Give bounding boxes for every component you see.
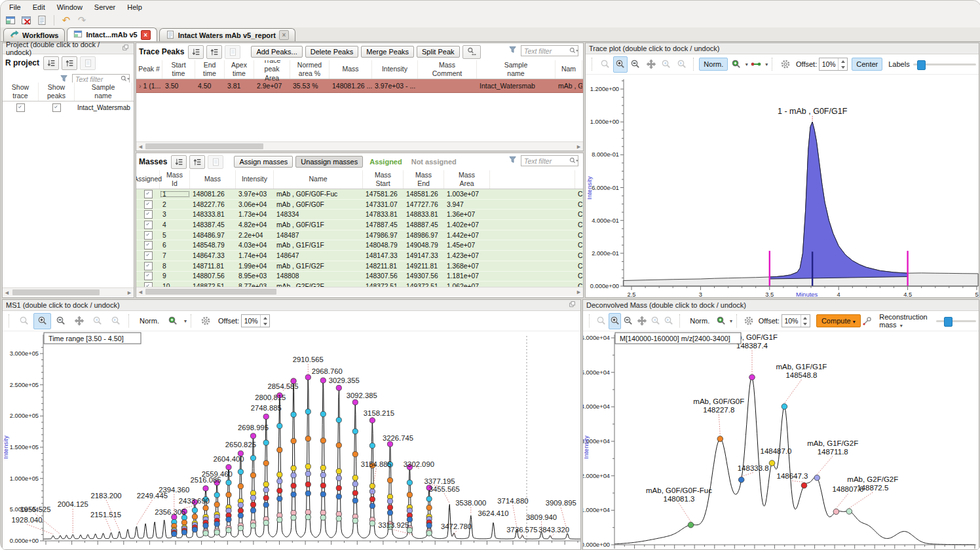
mass-charge-dot[interactable] — [320, 465, 326, 470]
mass-charge-dot[interactable] — [238, 469, 243, 475]
mass-marker-dot[interactable] — [738, 477, 744, 483]
column-header[interactable]: Mass End — [404, 170, 444, 189]
mass-charge-dot[interactable] — [305, 515, 311, 520]
mass-charge-dot[interactable] — [305, 482, 311, 487]
mass-row[interactable]: 9148807.568.95e+03148808148307.56149307.… — [136, 272, 583, 282]
mass-row[interactable]: 4148387.454.82e+04mAb , G0F/G1F147887.45… — [136, 220, 583, 230]
checkbox[interactable] — [144, 210, 153, 219]
mass-charge-dot[interactable] — [352, 518, 358, 523]
mass-charge-dot[interactable] — [277, 496, 282, 502]
checkbox[interactable] — [144, 272, 153, 280]
mass-marker-dot[interactable] — [749, 375, 755, 380]
zoom-green-button[interactable] — [728, 56, 743, 73]
mass-charge-dot[interactable] — [263, 460, 269, 466]
mass-charge-dot[interactable] — [352, 481, 358, 486]
mass-charge-dot[interactable] — [238, 484, 243, 489]
column-header[interactable]: Mass Id — [160, 170, 190, 189]
scroll-right-arrow[interactable]: ► — [125, 288, 134, 297]
mass-charge-dot[interactable] — [320, 515, 326, 520]
checkbox[interactable] — [144, 251, 153, 260]
mass-charge-dot[interactable] — [352, 429, 358, 434]
mass-charge-dot[interactable] — [250, 433, 255, 439]
column-header[interactable]: Intensity — [372, 60, 418, 79]
zoom-prev-button[interactable] — [88, 313, 106, 329]
mass-charge-dot[interactable] — [352, 452, 358, 457]
mass-charge-dot[interactable] — [214, 521, 219, 526]
mass-charge-dot[interactable] — [369, 418, 375, 423]
report-button[interactable] — [36, 14, 48, 26]
scroll-thumb[interactable] — [12, 289, 100, 295]
zoom-out-button[interactable] — [622, 313, 635, 329]
tab-close-icon[interactable]: × — [279, 30, 289, 40]
column-header[interactable]: Show trace — [3, 82, 39, 101]
mass-charge-dot[interactable] — [277, 517, 282, 522]
pan-button[interactable] — [644, 56, 658, 73]
zoom-reset-button[interactable] — [595, 313, 608, 329]
tab-intact-waters-mab-v5-report[interactable]: Intact Waters mAb v5_report× — [159, 28, 295, 41]
column-header[interactable]: Peak # — [136, 60, 162, 79]
unassign-masses-button[interactable]: Unassign masses — [295, 156, 363, 168]
zoom-green-button[interactable] — [164, 313, 182, 329]
picker-button[interactable] — [861, 313, 875, 329]
mass-charge-dot[interactable] — [336, 417, 341, 422]
search-peaks-button[interactable] — [462, 45, 481, 59]
zoom-in-button[interactable] — [33, 313, 51, 329]
mass-row[interactable]: 8148711.811.99e+04mAb , G1F/G2F148211.81… — [136, 261, 583, 272]
mass-charge-dot[interactable] — [369, 496, 375, 502]
column-header[interactable]: Sample name — [477, 60, 556, 79]
offset-spinner[interactable]: 10% — [819, 58, 848, 71]
trace-plot-canvas[interactable]: 0.000e+002.000e-014.000e-016.000e-018.00… — [586, 74, 979, 298]
mass-charge-dot[interactable] — [320, 492, 326, 497]
pan-button[interactable] — [635, 313, 649, 329]
column-header[interactable]: Trace peak Area — [254, 60, 290, 79]
mass-charge-dot[interactable] — [320, 472, 326, 477]
column-header[interactable]: Intensity — [236, 170, 274, 189]
zoom-green-button[interactable] — [715, 313, 728, 329]
mass-charge-dot[interactable] — [426, 505, 432, 510]
mass-charge-dot[interactable] — [336, 485, 341, 490]
report-button[interactable] — [225, 45, 240, 59]
menu-edit[interactable]: Edit — [27, 2, 51, 12]
filter-search-icon[interactable] — [569, 157, 580, 165]
mass-charge-dot[interactable] — [238, 513, 243, 518]
norm-button[interactable]: Norm. — [685, 314, 714, 327]
mass-charge-dot[interactable] — [277, 472, 282, 477]
mass-charge-dot[interactable] — [369, 504, 375, 509]
checkbox[interactable] — [144, 282, 153, 287]
column-header[interactable] — [490, 170, 575, 189]
mass-charge-dot[interactable] — [305, 509, 311, 515]
mass-charge-dot[interactable] — [291, 515, 296, 521]
mass-row[interactable]: 1148081.263.97e+03mAb , G0F/G0F-Fuc14758… — [136, 189, 583, 200]
checkbox[interactable] — [144, 241, 153, 249]
mass-charge-dot[interactable] — [320, 378, 326, 383]
mass-charge-dot[interactable] — [214, 492, 219, 498]
gear-button[interactable] — [742, 313, 755, 329]
column-header[interactable]: End time — [195, 60, 225, 79]
mass-row[interactable]: 2148227.763.06e+04mAb , G0F/G0F147331.07… — [136, 200, 583, 210]
mass-charge-dot[interactable] — [426, 530, 432, 536]
mass-charge-dot[interactable] — [336, 443, 341, 448]
tab-close-icon[interactable]: × — [141, 30, 151, 40]
scroll-left-arrow[interactable]: ◄ — [136, 142, 145, 151]
scroll-left-arrow[interactable]: ◄ — [3, 288, 11, 297]
scroll-thumb[interactable] — [145, 143, 263, 149]
checkbox[interactable] — [144, 262, 153, 270]
mass-charge-dot[interactable] — [352, 399, 358, 405]
mass-charge-dot[interactable] — [320, 411, 326, 416]
dock-icon[interactable] — [569, 301, 577, 309]
mass-charge-dot[interactable] — [291, 466, 296, 471]
mass-charge-dot[interactable] — [263, 520, 269, 525]
zoom-out-button[interactable] — [628, 56, 643, 73]
dropdown-caret-icon[interactable]: ▾ — [184, 318, 187, 324]
compute-button[interactable]: Compute ▾ — [816, 314, 861, 327]
add-peaks-button[interactable]: Add Peaks... — [251, 46, 302, 58]
masses-hscrollbar[interactable]: ◄ ► — [136, 287, 583, 296]
mass-charge-dot[interactable] — [192, 527, 197, 532]
decon-canvas[interactable]: mAb, G0F/G0F-Fuc148081.3mAb, G0F/G0F1482… — [583, 331, 979, 550]
mass-charge-dot[interactable] — [305, 375, 311, 380]
mass-charge-dot[interactable] — [291, 492, 296, 497]
mass-charge-dot[interactable] — [263, 440, 269, 445]
delete-peaksbutton[interactable]: Delete Peaks — [305, 46, 358, 58]
mass-charge-dot[interactable] — [407, 492, 412, 498]
mass-charge-dot[interactable] — [263, 495, 269, 500]
